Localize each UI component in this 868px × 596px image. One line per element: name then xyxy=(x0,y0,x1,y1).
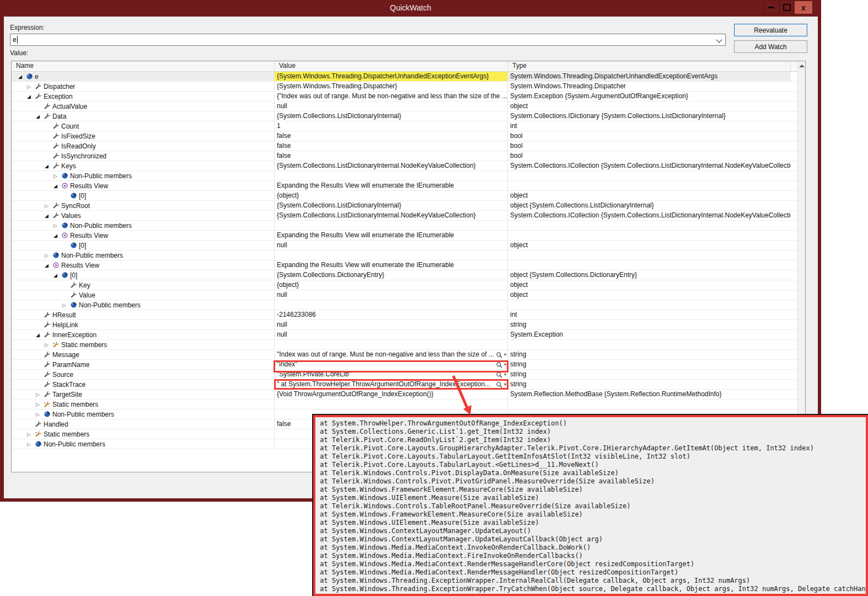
collapse-arrow-icon[interactable]: ◢ xyxy=(53,231,61,240)
node-label: Source xyxy=(52,370,73,379)
minimize-button[interactable] xyxy=(763,1,779,14)
magnifier-dropdown-icon[interactable]: ▾ xyxy=(504,350,506,359)
collapse-arrow-icon[interactable]: ◢ xyxy=(53,271,61,280)
table-row[interactable]: ◢Results ViewExpanding the Results View … xyxy=(12,231,805,241)
table-row[interactable]: [0]nullobject xyxy=(12,241,805,251)
column-header-value[interactable]: Value xyxy=(275,61,508,71)
expand-arrow-icon[interactable]: ▷ xyxy=(45,340,52,349)
collapse-arrow-icon[interactable]: ◢ xyxy=(45,162,52,171)
node-label: Exception xyxy=(44,92,73,101)
table-row[interactable]: ◢e{System.Windows.Threading.DispatcherUn… xyxy=(12,72,805,82)
property-wrench-icon xyxy=(35,83,44,90)
node-label: IsSynchronized xyxy=(61,152,106,161)
collapse-arrow-icon[interactable]: ◢ xyxy=(18,72,26,81)
collapse-arrow-icon[interactable]: ◢ xyxy=(36,112,44,121)
table-row[interactable]: ParamName"index"▾string xyxy=(12,360,805,370)
table-row[interactable]: Valuenullobject xyxy=(12,290,805,300)
tree-cell-value: {System.Windows.Threading.Dispatcher} xyxy=(275,82,508,91)
table-row[interactable]: ◢Results ViewExpanding the Results View … xyxy=(12,260,805,270)
scroll-up-icon[interactable] xyxy=(799,65,805,67)
table-row[interactable]: ◢Results ViewExpanding the Results View … xyxy=(12,181,805,191)
expression-input[interactable]: e xyxy=(10,34,726,46)
node-label: TargetSite xyxy=(52,390,82,399)
title-bar[interactable]: QuickWatch x xyxy=(0,0,821,17)
magnifier-icon[interactable]: ▾ xyxy=(496,360,506,369)
tree-cell-type: int xyxy=(508,121,791,131)
tree-cell-name: Value xyxy=(12,290,275,300)
reevaluate-button[interactable]: Reevaluate xyxy=(734,24,807,36)
collapse-arrow-icon[interactable]: ◢ xyxy=(45,211,52,220)
table-row[interactable]: HelpLinknullstring xyxy=(12,320,805,330)
magnifier-dropdown-icon[interactable]: ▾ xyxy=(504,370,506,379)
collapse-arrow-icon[interactable]: ◢ xyxy=(27,92,35,101)
table-row[interactable]: IsReadOnlyfalsebool xyxy=(12,141,805,151)
vertical-scrollbar[interactable] xyxy=(797,61,805,472)
collapse-arrow-icon[interactable]: ◢ xyxy=(53,182,61,190)
object-sphere-icon xyxy=(44,411,52,418)
table-row[interactable]: ◢InnerExceptionnullSystem.Exception xyxy=(12,330,805,340)
text-caret xyxy=(17,36,18,44)
table-row[interactable]: ▷Non-Public members xyxy=(12,300,805,310)
table-row[interactable]: Source"System.Private.CoreLib"▾string xyxy=(12,370,805,380)
table-row[interactable]: ▷SyncRoot{System.Collections.ListDiction… xyxy=(12,201,805,211)
expand-arrow-icon[interactable]: ▷ xyxy=(36,400,44,409)
column-header-name[interactable]: Name xyxy=(12,61,275,71)
tree-cell-value: {System.Collections.ListDictionaryIntern… xyxy=(275,161,508,171)
tree-cell-value: null xyxy=(275,330,508,339)
magnifier-icon[interactable]: ▾ xyxy=(496,380,506,389)
magnifier-dropdown-icon[interactable]: ▾ xyxy=(504,380,506,389)
maximize-button[interactable] xyxy=(779,1,795,14)
table-row[interactable]: Count1int xyxy=(12,121,805,131)
column-header-type[interactable]: Type xyxy=(508,61,791,71)
expand-arrow-icon[interactable]: ▷ xyxy=(62,301,70,310)
table-row[interactable]: ▷Non-Public members xyxy=(12,221,805,231)
magnifier-icon[interactable]: ▾ xyxy=(496,370,506,379)
collapse-arrow-icon[interactable]: ◢ xyxy=(45,261,52,270)
expand-arrow-icon[interactable]: ▷ xyxy=(53,172,61,180)
property-wrench-icon xyxy=(44,331,52,338)
magnifier-dropdown-icon[interactable]: ▾ xyxy=(504,360,506,369)
collapse-arrow-icon[interactable]: ◢ xyxy=(36,331,44,339)
expand-arrow-icon[interactable]: ▷ xyxy=(36,410,44,419)
expand-arrow-icon[interactable]: ▷ xyxy=(53,221,61,230)
table-row[interactable]: Message"Index was out of range. Must be … xyxy=(12,350,805,360)
table-row[interactable]: ▷TargetSite{Void ThrowArgumentOutOfRange… xyxy=(12,390,805,400)
tree-cell-value: "index"▾ xyxy=(275,360,508,369)
property-wrench-icon xyxy=(44,381,52,388)
table-row[interactable]: ◢Exception{"Index was out of range. Must… xyxy=(12,92,805,102)
tree-cell-type: bool xyxy=(508,141,791,151)
value-text: {object} xyxy=(277,281,299,289)
expand-arrow-icon[interactable]: ▷ xyxy=(27,82,35,91)
table-row[interactable]: ◢Values{System.Collections.ListDictionar… xyxy=(12,211,805,221)
table-row[interactable]: ▷Static members xyxy=(12,340,805,350)
add-watch-button[interactable]: Add Watch xyxy=(734,40,807,53)
expand-arrow-icon[interactable]: ▷ xyxy=(45,201,52,210)
table-row[interactable]: ◢[0]{System.Collections.DictionaryEntry}… xyxy=(12,270,805,280)
expand-arrow-icon[interactable]: ▷ xyxy=(27,430,35,439)
table-row[interactable]: ▷Non-Public members xyxy=(12,171,805,181)
expand-arrow-icon[interactable]: ▷ xyxy=(27,440,35,449)
node-label: IsFixedSize xyxy=(61,132,95,141)
table-row[interactable]: IsSynchronizedfalsebool xyxy=(12,151,805,161)
table-row[interactable]: ▷Dispatcher{System.Windows.Threading.Dis… xyxy=(12,82,805,92)
table-row[interactable]: ▷Static members xyxy=(12,400,805,409)
tree-cell-value: Expanding the Results View will enumerat… xyxy=(275,181,508,190)
property-wrench-icon xyxy=(52,142,61,150)
table-row[interactable]: HResult-2146233086int xyxy=(12,310,805,320)
node-label: Dispatcher xyxy=(44,82,75,91)
table-row[interactable]: ActualValuenullobject xyxy=(12,102,805,111)
table-row[interactable]: ▷Non-Public members xyxy=(12,251,805,260)
expand-arrow-icon[interactable]: ▷ xyxy=(45,251,52,260)
magnifier-icon[interactable]: ▾ xyxy=(496,350,506,359)
chevron-down-icon[interactable] xyxy=(716,36,722,42)
table-row[interactable]: [0]{object}object xyxy=(12,191,805,201)
expand-arrow-icon[interactable]: ▷ xyxy=(36,390,44,399)
property-wrench-icon xyxy=(44,321,52,328)
property-wrench-icon xyxy=(44,311,52,318)
table-row[interactable]: ◢Data{System.Collections.ListDictionaryI… xyxy=(12,111,805,121)
table-row[interactable]: IsFixedSizefalsebool xyxy=(12,131,805,141)
table-row[interactable]: ◢Keys{System.Collections.ListDictionaryI… xyxy=(12,161,805,171)
table-row[interactable]: StackTrace" at System.ThrowHelper.ThrowA… xyxy=(12,380,805,390)
table-row[interactable]: Key{object}object xyxy=(12,280,805,290)
close-button[interactable]: x xyxy=(794,1,813,14)
